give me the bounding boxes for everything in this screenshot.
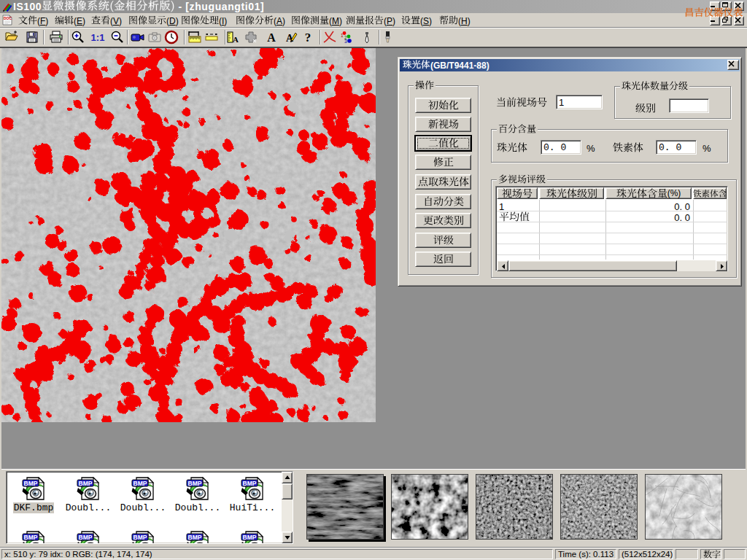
svg-text:DOC: DOC xyxy=(4,16,12,20)
svg-text:1: 1 xyxy=(341,33,344,38)
svg-text:?: ? xyxy=(305,31,311,44)
svg-text:BMP: BMP xyxy=(24,534,38,541)
svg-text:BMP: BMP xyxy=(24,480,38,487)
svg-text:3: 3 xyxy=(344,39,347,44)
svg-text:BMP: BMP xyxy=(188,534,202,541)
svg-text:BMP: BMP xyxy=(133,480,147,487)
svg-text:1:1: 1:1 xyxy=(91,32,105,43)
svg-text:BMP: BMP xyxy=(243,534,257,541)
svg-text:BMP: BMP xyxy=(243,480,257,487)
svg-text:BMP: BMP xyxy=(79,480,93,487)
svg-text:BMP: BMP xyxy=(79,534,93,541)
svg-text:BMP: BMP xyxy=(133,534,147,541)
svg-text:BMP: BMP xyxy=(188,480,202,487)
svg-text:A: A xyxy=(233,35,239,44)
svg-text:A: A xyxy=(267,31,276,44)
